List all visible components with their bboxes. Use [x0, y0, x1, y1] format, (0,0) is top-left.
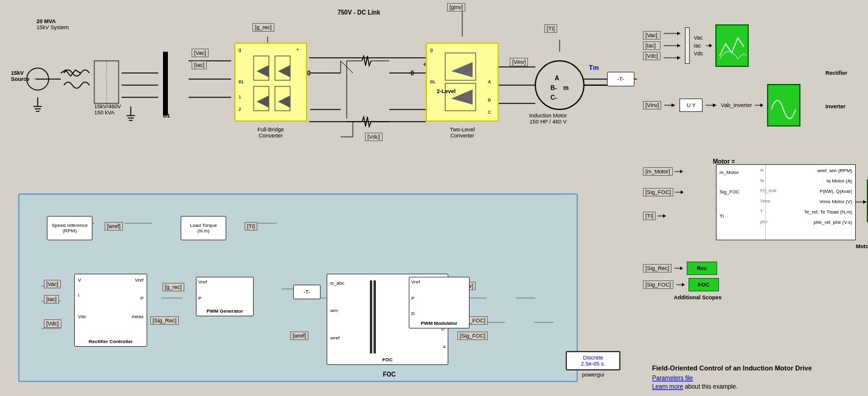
svg-text:C-: C- — [550, 94, 557, 101]
svg-rect-31 — [94, 61, 119, 103]
sig-foc-additional-tag: [Sig_FOC] — [643, 280, 673, 289]
svg-text:g: g — [430, 47, 432, 52]
sig-foc-input-tag: [Sig_FOC] — [643, 188, 673, 196]
description-text: about this example. — [685, 383, 738, 390]
main-canvas: + ~ — [0, 0, 868, 396]
load-torque-block[interactable]: Load Torque(N.m) — [181, 216, 226, 240]
uy-block[interactable]: U Y — [679, 99, 703, 112]
transfer-block-control[interactable]: -T- — [293, 285, 321, 299]
inverter-label-right: Inverter — [825, 103, 845, 109]
svg-marker-88 — [451, 62, 473, 77]
ti-motor-input-tag: [TI] — [643, 212, 656, 220]
vinv-input-tag: [Vinv] — [643, 101, 661, 109]
svg-marker-77 — [257, 65, 269, 77]
vdc-tag-control: [Vdc] — [44, 319, 61, 328]
additional-scopes-section: [Sig_Rec] Rec [Sig_FOC] FOC Additional S… — [643, 262, 752, 300]
svg-text:BL: BL — [238, 79, 245, 85]
pwm-modulator[interactable]: Vref P D PWM Modulator — [409, 277, 470, 328]
svg-marker-107 — [681, 190, 684, 194]
svg-marker-97 — [709, 44, 712, 47]
wref-tag-foc: [wref] — [290, 332, 308, 340]
svg-marker-101 — [713, 103, 717, 107]
svg-marker-115 — [682, 283, 685, 287]
bus-label: B1 — [163, 113, 170, 119]
vinv-tag: [Vinv] — [510, 58, 528, 66]
svg-marker-78 — [278, 65, 290, 77]
g-rec-tag-top: [g_rec] — [252, 23, 274, 32]
rectifier-section: [Vac] [Iac] [Vdc] Vac Iac Vdc — [643, 24, 749, 67]
rectifier-controller[interactable]: V I Vdc Vref P meas Rectifier Controller — [74, 274, 147, 347]
svg-marker-91 — [677, 32, 681, 35]
svg-marker-109 — [663, 214, 666, 218]
svg-text:A: A — [555, 75, 559, 82]
vdc-output-label: Vdc — [694, 50, 704, 57]
svg-text:C: C — [488, 109, 491, 115]
vdc-tag-bottom: [Vdc] — [365, 133, 383, 141]
inverter-scope-block[interactable] — [767, 84, 800, 127]
svg-text:g: g — [238, 47, 241, 52]
svg-point-43 — [535, 61, 584, 109]
transfer-block-top[interactable]: -T- — [607, 72, 634, 86]
two-level-label: Two-LevelConverter — [426, 127, 499, 139]
control-subsystem: Speed reference(RPM) [wref] Load Torque(… — [18, 193, 578, 382]
vac-input-tag: [Vac] — [643, 31, 661, 40]
m-motor-input-tag: [m_Motor] — [643, 167, 673, 176]
tm-label: Tm — [589, 64, 599, 71]
dc-link-label: 750V - DC Link — [338, 9, 380, 16]
vac-tag: [Vac] — [192, 49, 209, 57]
svg-line-36 — [341, 61, 353, 73]
pwm-generator[interactable]: Vref P PWM Generator — [196, 277, 254, 316]
g-rec-tag-control: [g_rec] — [162, 283, 184, 291]
vac-output-label: Vac — [694, 35, 704, 41]
source-label: 15kVSource — [11, 70, 30, 82]
transformer-label: 15kV/460V150 kVA — [94, 103, 121, 116]
speed-reference-block[interactable]: Speed reference(RPM) — [47, 216, 92, 240]
foc-additional-block[interactable]: FOC — [689, 278, 719, 291]
powergui-block[interactable]: Discrete 2.5e-05 s. powergui — [566, 351, 620, 378]
vdc-input-tag: [Vdc] — [643, 52, 661, 60]
rec-block[interactable]: Rec — [687, 262, 717, 275]
foc-bottom-label: FOC — [324, 371, 455, 378]
svg-text:B-: B- — [550, 85, 557, 91]
svg-text:B: B — [488, 97, 491, 103]
rectifier-scope-block[interactable] — [715, 24, 749, 67]
sig-foc-tag-meas: [Sig_FOC] — [457, 332, 488, 340]
two-level-converter[interactable]: g BL A B C — [426, 43, 499, 122]
learn-more-link[interactable]: Learn more — [652, 383, 683, 390]
svg-text:~: ~ — [34, 76, 38, 83]
full-bridge-converter[interactable]: g BL 1 2 + — [234, 43, 307, 122]
svg-marker-105 — [680, 170, 683, 173]
additional-scopes-label: Additional Scopes — [643, 294, 752, 300]
iac-tag-control: [Iac] — [44, 295, 59, 304]
rectifier-label-right: Rectifier — [825, 70, 847, 76]
sig-rec-tag: [Sig_Rec] — [150, 316, 179, 325]
svg-rect-33 — [163, 52, 168, 116]
svg-marker-80 — [278, 96, 290, 108]
inverter-section: [Vinv] U Y Vab_Inverter — [643, 84, 800, 127]
params-link[interactable]: Parameters file — [652, 375, 693, 381]
wref-tag-control: [wref] — [105, 222, 123, 231]
motor-label: Induction Motor150 HP / 460 V — [529, 113, 567, 125]
vab-inverter-label: Vab_Inverter — [721, 102, 752, 108]
svg-marker-95 — [677, 56, 681, 60]
svg-text:A: A — [488, 79, 491, 85]
motor-equals-label: Motor = — [713, 158, 735, 165]
motor-subsystem-block[interactable]: m_Motor Sig_FOC TI wref, wm (RPM) Ia Mot… — [716, 164, 856, 240]
svg-point-29 — [27, 68, 49, 90]
zero-label-1: 0 — [307, 70, 311, 77]
svg-marker-79 — [257, 96, 269, 108]
sig-rec-additional-tag: [Sig_Rec] — [643, 264, 672, 273]
full-bridge-label: Full-BridgeConverter — [234, 127, 307, 139]
svg-marker-99 — [672, 103, 675, 107]
ti-tag-control: [TI] — [245, 222, 257, 231]
info-box: Field-Oriented Control of an Induction M… — [652, 364, 862, 390]
motor-label-right: Motor — [856, 243, 868, 249]
ginv-tag-top: [gInv] — [447, 3, 465, 12]
svg-text:m: m — [563, 85, 569, 91]
svg-marker-103 — [760, 103, 763, 107]
info-title: Field-Oriented Control of an Induction M… — [652, 364, 862, 372]
iac-output-label: Iac — [694, 43, 704, 49]
vac-tag-control: [Vac] — [44, 280, 61, 288]
two-level-inner-label: 2-Level — [437, 88, 456, 94]
ti-tag-top: [TI] — [544, 24, 557, 33]
